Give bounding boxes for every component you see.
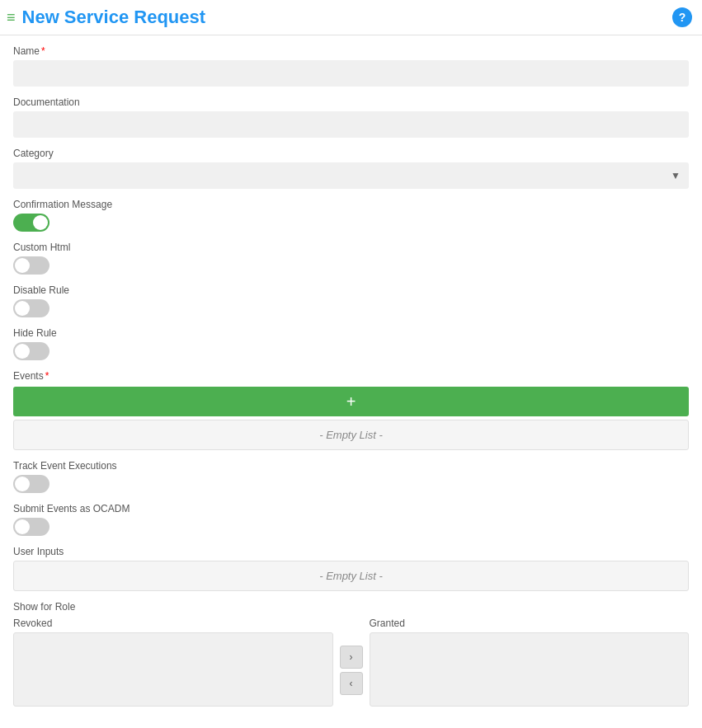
name-input[interactable]	[13, 60, 689, 87]
move-right-button[interactable]: ›	[340, 646, 363, 669]
user-inputs-empty-list: - Empty List -	[13, 561, 689, 591]
menu-icon[interactable]: ≡	[7, 9, 16, 26]
show-for-role-section: Show for Role Revoked › ‹ Granted	[13, 601, 689, 707]
hide-rule-label: Hide Rule	[13, 327, 689, 339]
disable-rule-toggle[interactable]	[13, 299, 49, 317]
help-icon[interactable]: ?	[672, 7, 692, 27]
submit-events-group: Submit Events as OCADM	[13, 503, 689, 536]
hide-rule-toggle[interactable]	[13, 342, 49, 360]
name-label: Name*	[13, 45, 689, 57]
revoked-box: Revoked	[13, 618, 333, 707]
category-select[interactable]	[13, 162, 689, 189]
role-arrows: › ‹	[333, 634, 370, 707]
submit-events-toggle[interactable]	[13, 518, 49, 536]
track-event-toggle[interactable]	[13, 475, 49, 493]
disable-rule-group: Disable Rule	[13, 284, 689, 317]
track-event-group: Track Event Executions	[13, 460, 689, 493]
hide-rule-group: Hide Rule	[13, 327, 689, 360]
custom-html-label: Custom Html	[13, 242, 689, 253]
custom-html-toggle[interactable]	[13, 256, 49, 275]
granted-box: Granted	[370, 618, 690, 707]
disable-rule-label: Disable Rule	[13, 284, 689, 296]
name-field-group: Name*	[13, 45, 689, 87]
events-empty-list: - Empty List -	[13, 420, 689, 450]
page-header: ≡ New Service Request ?	[0, 0, 702, 35]
documentation-field-group: Documentation	[13, 96, 689, 138]
track-event-label: Track Event Executions	[13, 460, 689, 472]
granted-list[interactable]	[370, 632, 690, 707]
revoked-label: Revoked	[13, 618, 333, 629]
user-inputs-section: User Inputs - Empty List -	[13, 546, 689, 591]
move-left-button[interactable]: ‹	[340, 672, 363, 695]
events-label: Events*	[13, 370, 689, 382]
add-event-button[interactable]: +	[13, 387, 689, 416]
events-section: Events* + - Empty List -	[13, 370, 689, 450]
page-title: New Service Request	[22, 7, 206, 28]
category-label: Category	[13, 148, 689, 159]
show-for-role-label: Show for Role	[13, 601, 689, 613]
revoked-list[interactable]	[13, 632, 333, 707]
documentation-input[interactable]	[13, 111, 689, 138]
confirmation-message-group: Confirmation Message	[13, 199, 689, 232]
granted-label: Granted	[370, 618, 690, 629]
submit-events-label: Submit Events as OCADM	[13, 503, 689, 514]
confirmation-message-label: Confirmation Message	[13, 199, 689, 210]
category-field-group: Category ▼	[13, 148, 689, 189]
confirmation-message-toggle[interactable]	[13, 214, 49, 232]
user-inputs-label: User Inputs	[13, 546, 689, 557]
documentation-label: Documentation	[13, 96, 689, 108]
custom-html-group: Custom Html	[13, 242, 689, 275]
